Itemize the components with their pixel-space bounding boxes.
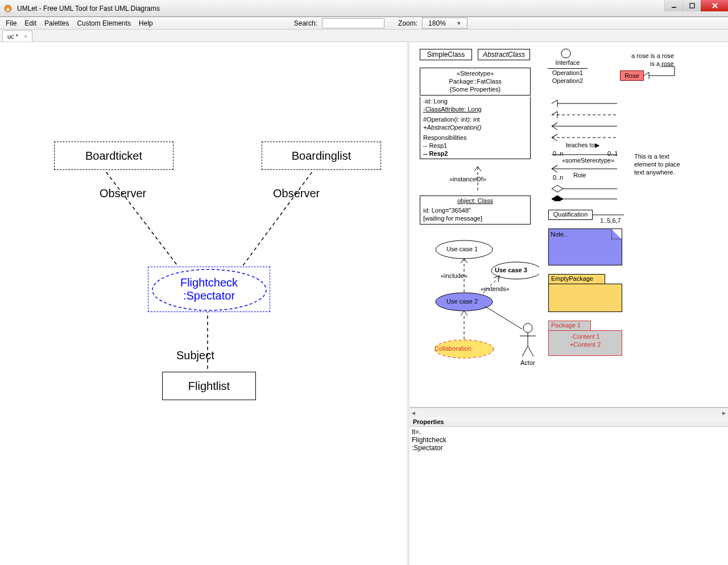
svg-marker-32 [552,185,563,192]
window-title: UMLet - Free UML Tool for Fast UML Diagr… [16,5,728,13]
palette-uc2-label: Use case 2 [446,298,478,306]
palette-panel[interactable]: SimpleClass AbstractClass «Stereotype» P… [410,42,728,408]
palette-simple-class[interactable]: SimpleClass [420,49,472,60]
window-buttons [664,0,728,11]
zoom-value: 180% [425,18,449,28]
palette-qualification[interactable]: Qualification [548,210,593,220]
node-boardinglist[interactable]: Boardinglist [262,142,381,170]
palette-pkg1-body[interactable]: -Content 1 +Content 2 [548,330,622,356]
palette-pkg1-tab[interactable]: Package 1 [548,321,591,331]
menu-help[interactable]: Help [135,18,156,28]
node-flightlist[interactable]: Flightlist [162,372,256,400]
close-button[interactable] [701,0,728,11]
app-icon [3,4,13,13]
node-flightcheck-selected[interactable]: Flightcheck :Spectator [148,267,270,312]
flightlist-label: Flightlist [188,380,230,393]
palette-teaches-label: teaches to▶ [566,142,599,149]
svg-rect-1 [672,7,676,8]
palette-usecase-svg[interactable] [420,238,539,363]
palette-n0n-2: 0..n [553,174,563,182]
palette-object-body[interactable]: id: Long="36548" [waiting for message] [420,206,531,225]
svg-line-20 [528,346,533,356]
palette-abstract-class[interactable]: AbstractClass [478,49,530,60]
palette-rose-txt1: a rose is a rose [631,52,674,60]
palette-note[interactable]: Note.. [548,229,622,265]
palette-object-header[interactable]: object: Class [420,196,531,207]
svg-point-21 [561,49,570,58]
menu-edit[interactable]: Edit [21,18,40,28]
menu-bar: File Edit Palettes Custom Elements Help … [0,17,728,30]
svg-marker-34 [552,196,563,201]
palette-uc1-label: Use case 1 [446,246,478,254]
node-boardticket[interactable]: Boardticket [54,142,173,170]
maximize-button[interactable] [682,0,701,11]
chevron-down-icon: ▼ [453,19,465,27]
palette-interface-circle[interactable] [560,48,572,59]
properties-textarea[interactable] [410,427,728,565]
palette-emptypkg-body[interactable] [548,284,622,312]
palette-collab-label: Collaboration [435,345,471,353]
palette-actor-label: Actor [520,359,535,367]
svg-line-15 [485,306,522,329]
right-column: SimpleClass AbstractClass «Stereotype» P… [410,42,728,565]
palette-rose[interactable]: Rose [620,70,644,81]
palette-interface[interactable]: Interface Operation1 Operation2 [548,59,588,85]
zoom-select[interactable]: 180% ▼ [422,18,468,29]
palette-text-element[interactable]: This is a text element to place text any… [634,153,685,176]
svg-point-16 [523,323,532,333]
boardticket-label: Boardticket [85,149,142,163]
menu-palettes[interactable]: Palettes [41,18,72,28]
zoom-label: Zoom: [395,18,421,28]
search-input[interactable] [322,18,384,28]
svg-line-19 [522,346,528,356]
scroll-left-icon[interactable]: ◄ [411,410,416,416]
palette-rose-arrow [643,65,677,81]
palette-instanceof-label: «instanceOf» [449,176,486,184]
palette-fatclass-ops[interactable]: #Operation(i: int): int +AbstractOperati… [420,115,531,134]
title-bar: UMLet - Free UML Tool for Fast UML Diagr… [0,0,728,17]
label-subject: Subject [176,349,214,362]
flightcheck-line2: :Spectator [183,289,235,302]
tab-label: uc * [7,33,18,40]
flightcheck-line1: Flightcheck [180,276,238,289]
palette-extends-label: «extends» [481,285,510,293]
tab-strip: uc * × [0,30,728,42]
palette-qual-nums: 1..5,6,7 [600,217,621,225]
diagram-canvas[interactable]: Boardticket Boardinglist Observer Observ… [0,42,410,565]
minimize-button[interactable] [664,0,682,11]
palette-role: Role [573,172,586,180]
properties-header: Properties [410,417,728,427]
palette-uc3-label: Use case 3 [495,267,527,275]
palette-include-label: «include» [441,272,468,280]
palette-somester: «someStereotype» [562,157,614,165]
tab-close-icon[interactable]: × [24,33,27,40]
palette-fatclass-header[interactable]: «Stereotype» Package::FatClass {Some Pro… [420,68,531,95]
boardinglist-label: Boardinglist [292,149,351,163]
palette-fatclass-attrs[interactable]: -id: Long -ClassAttribute: Long [420,97,531,115]
search-label: Search: [291,18,321,28]
palette-scrollbar[interactable]: ◄ ► [410,408,728,417]
palette-fatclass-resp[interactable]: Responsibilities -- Resp1 -- Resp2 [420,133,531,159]
menu-custom-elements[interactable]: Custom Elements [73,18,134,28]
tab-uc[interactable]: uc * × [2,30,32,41]
scroll-right-icon[interactable]: ► [721,410,727,416]
label-observer-left: Observer [100,187,146,200]
palette-emptypkg-tab[interactable]: EmptyPackage [548,274,605,284]
label-observer-right: Observer [273,187,320,200]
workspace: Boardticket Boardinglist Observer Observ… [0,42,728,565]
menu-file[interactable]: File [2,18,20,28]
properties-panel: Properties [410,417,728,565]
svg-rect-2 [690,3,694,8]
